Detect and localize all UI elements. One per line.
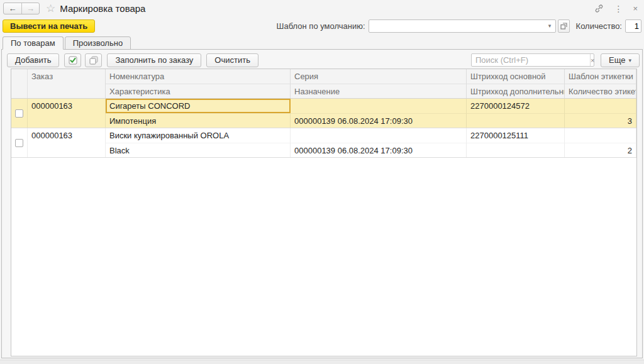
template-label: Шаблон по умолчанию:	[277, 21, 365, 31]
row-checkbox[interactable]	[15, 109, 23, 118]
search-clear-icon[interactable]: ×	[590, 54, 594, 66]
uncheck-all-button[interactable]	[85, 53, 102, 67]
header-label-count[interactable]: Количество этикеток	[565, 84, 636, 98]
command-bar-right: Шаблон по умолчанию: ▾ Количество:	[277, 18, 641, 33]
favorite-star-icon[interactable]: ☆	[46, 3, 55, 14]
template-open-button[interactable]	[558, 19, 570, 33]
header-characteristic[interactable]: Характеристика	[106, 84, 291, 98]
open-window-icon	[560, 23, 567, 30]
cell-characteristic[interactable]: Black	[106, 143, 291, 157]
row-checkbox-cell	[11, 99, 28, 128]
goods-table: Заказ Номенклатура Серия Штрихкод основн…	[11, 69, 637, 356]
cell-label-count[interactable]: 3	[565, 113, 636, 128]
tab-content-panel: Добавить Заполнить по заказу Очистить ×	[1, 49, 643, 358]
table-header: Заказ Номенклатура Серия Штрихкод основн…	[11, 69, 636, 99]
row-checkbox[interactable]	[15, 139, 23, 147]
table-row[interactable]: 000000163 Сигареты CONCORD 2270000124572…	[11, 99, 636, 128]
link-icon[interactable]	[594, 4, 604, 13]
cell-series[interactable]	[291, 128, 467, 143]
header-order[interactable]: Заказ	[28, 69, 106, 98]
nav-history-group: ← →	[3, 3, 40, 14]
fill-by-order-button[interactable]: Заполнить по заказу	[107, 53, 201, 67]
window-bottom-edge	[0, 360, 644, 364]
command-bar: Вывести на печать Шаблон по умолчанию: ▾…	[0, 18, 644, 33]
tab-by-goods[interactable]: По товарам	[3, 36, 64, 50]
cell-purpose[interactable]: 000000139 06.08.2024 17:09:30	[291, 113, 467, 128]
cell-label-count[interactable]: 2	[565, 143, 636, 157]
close-icon[interactable]: ×	[633, 4, 638, 13]
clear-button[interactable]: Очистить	[206, 53, 258, 67]
chevron-down-icon[interactable]: ▾	[545, 20, 555, 32]
cell-nomenclature[interactable]: Сигареты CONCORD	[106, 99, 291, 113]
tab-strip: По товарам Произвольно	[3, 36, 132, 50]
row-checkbox-cell	[11, 128, 28, 157]
search-box: ×	[471, 53, 594, 67]
checked-checkbox-icon	[69, 56, 77, 65]
cell-nomenclature[interactable]: Виски купажированный OROLA	[106, 128, 291, 143]
tab-arbitrary[interactable]: Произвольно	[65, 36, 131, 50]
cell-order[interactable]: 000000163	[28, 128, 106, 157]
template-value[interactable]	[369, 20, 545, 32]
header-nomenclature[interactable]: Номенклатура	[106, 69, 291, 84]
cell-barcode-main[interactable]: 2270000125111	[467, 128, 565, 143]
check-all-button[interactable]	[64, 53, 81, 67]
chevron-down-icon: ▾	[628, 57, 631, 63]
header-purpose[interactable]: Назначение	[291, 84, 467, 98]
header-barcode-additional[interactable]: Штрихкод дополнительный	[467, 84, 565, 98]
forward-icon[interactable]: →	[21, 3, 39, 14]
print-button[interactable]: Вывести на печать	[3, 19, 95, 33]
cell-label-template[interactable]	[565, 99, 636, 113]
table-row[interactable]: 000000163 Виски купажированный OROLA 227…	[11, 128, 636, 158]
marking-window: ← → ☆ Маркировка товара ⋮ × Вывести на п…	[0, 0, 644, 364]
titlebar: ← → ☆ Маркировка товара ⋮ ×	[0, 0, 644, 17]
table-toolbar: Добавить Заполнить по заказу Очистить ×	[7, 53, 640, 67]
header-label-template[interactable]: Шаблон этикетки	[565, 69, 636, 84]
quantity-label: Количество:	[576, 21, 622, 31]
header-series[interactable]: Серия	[291, 69, 467, 84]
cell-barcode-main[interactable]: 2270000124572	[467, 99, 565, 113]
header-barcode-main[interactable]: Штрихкод основной	[467, 69, 565, 84]
cell-characteristic[interactable]: Импотенция	[106, 113, 291, 128]
template-combobox[interactable]: ▾	[369, 19, 556, 33]
cell-label-template[interactable]	[565, 128, 636, 143]
cell-barcode-additional[interactable]	[467, 143, 565, 157]
cell-series[interactable]	[291, 99, 467, 113]
add-button[interactable]: Добавить	[7, 53, 59, 67]
search-input[interactable]	[472, 54, 590, 66]
empty-checkbox-icon	[89, 56, 98, 65]
back-icon[interactable]: ←	[4, 3, 21, 14]
quantity-input[interactable]	[625, 19, 641, 33]
more-button[interactable]: Еще ▾	[601, 53, 640, 67]
page-title: Маркировка товара	[60, 3, 145, 14]
header-checkbox-cell	[11, 69, 28, 98]
cell-purpose[interactable]: 000000139 06.08.2024 17:09:30	[291, 143, 467, 157]
table-empty-area[interactable]	[11, 158, 636, 356]
cell-order[interactable]: 000000163	[28, 99, 106, 128]
more-menu-icon[interactable]: ⋮	[614, 4, 623, 14]
cell-barcode-additional[interactable]	[467, 113, 565, 128]
more-button-label: Еще	[609, 55, 625, 65]
